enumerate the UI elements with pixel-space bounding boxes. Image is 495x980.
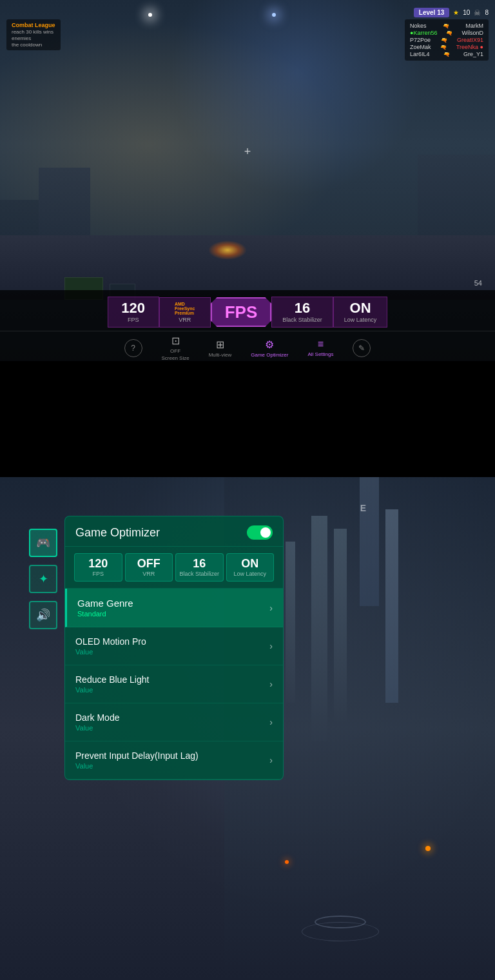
center-fps-value: FPS [225,304,258,320]
menu-item-dark-mode[interactable]: Dark Mode Value › [65,703,283,741]
center-fps-box: FPS [211,297,272,327]
display-icon: ✦ [39,572,48,586]
reduce-blue-light-title: Reduce Blue Light [75,674,149,685]
nav-all-settings[interactable]: ≡ All Settings [307,338,333,357]
dark-mode-text: Dark Mode Value [75,712,119,732]
game-optimizer-icon: ⚙ [265,338,274,351]
left-hud: Combat League reach 30 kills wins enemie… [6,19,61,50]
freesync-sub: Premium [175,311,194,315]
match-name: Combat League [12,22,55,28]
oled-motion-subtitle: Value [75,648,146,656]
gun-icon-1: 🔫 [443,23,449,29]
sidebar-icons: 🎮 ✦ 🔊 [29,529,57,629]
chevron-right-icon-5: › [269,755,273,765]
optimizer-fps-label: FPS [77,571,119,577]
chevron-right-icon-2: › [269,641,273,651]
scoreboard: Nokes 🔫 MarkM ●Karren56 🔫 WilsonD P72Poe… [405,19,489,61]
reduce-blue-light-subtitle: Value [75,686,149,694]
bottom-game-section: E 🎮 ✦ 🔊 Game Optimizer 120 FPS [0,477,495,980]
level-badge: Level 13 [414,8,449,17]
screen-size-icon: ⊡ [171,335,180,347]
game-controller-icon: 🎮 [36,536,50,550]
gun-icon-4: 🔫 [440,44,447,50]
menu-item-game-genre[interactable]: Game Genre Standard › [65,589,283,627]
torch-light-2 [285,860,289,864]
edit-circle[interactable]: ✎ [353,339,371,357]
nav-row: ? ⊡ OFF Screen Size ⊞ Multi-view ⚙ Game … [0,331,495,361]
level-bar: Level 13 ★ 10 ☠ 8 [414,8,489,17]
nav-help[interactable]: ? [124,339,142,357]
screen-size-label: OFF [170,348,180,354]
oled-motion-text: OLED Motion Pro Value [75,636,146,656]
optimizer-ll-stat: ON Low Latency [226,553,275,582]
game-genre-text: Game Genre Standard [77,598,133,618]
middle-section [0,361,495,477]
gun-icon-2: 🔫 [446,30,452,36]
game-optimizer-label: Game Optimizer [251,352,288,358]
multiview-label: Multi-view [209,352,232,358]
menu-item-prevent-input-delay[interactable]: Prevent Input Delay(Input Lag) Value › [65,741,283,779]
fps-label: FPS [128,317,139,323]
star-count: 10 [463,9,470,16]
sidebar-sound-icon[interactable]: 🔊 [29,601,57,629]
enemy-text: enemies [12,35,55,41]
optimizer-bs-value: 16 [179,558,220,569]
reduce-blue-light-text: Reduce Blue Light Value [75,674,149,694]
optimizer-bs-label: Black Stabilizer [179,571,220,577]
torch-light-1 [425,846,431,851]
top-game-section: + Level 13 ★ 10 ☠ 8 Nokes 🔫 MarkM ●Karre… [0,0,495,361]
skull-icon: ☠ [474,8,481,17]
ammo-value: 54 [474,279,482,287]
dark-mode-title: Dark Mode [75,712,119,723]
player-5-left: Lar6IL4 [410,51,430,57]
chevron-right-icon-4: › [269,717,273,727]
prevent-input-delay-title: Prevent Input Delay(Input Lag) [75,750,199,761]
freesync-logo: AMDFreeSyncPremium [175,302,195,315]
fps-value: 120 [121,301,145,315]
menu-item-reduce-blue-light[interactable]: Reduce Blue Light Value › [65,665,283,703]
score-row: Nokes 🔫 MarkM [410,23,483,29]
freesync-box: AMDFreeSyncPremium VRR [159,297,211,328]
low-latency-value: ON [350,301,371,315]
optimizer-panel: Game Optimizer 120 FPS OFF VRR 16 Black … [64,516,284,780]
optimizer-fps-stat: 120 FPS [74,553,122,582]
panel-title: Game Optimizer [75,526,160,540]
game-genre-subtitle: Standard [77,610,133,618]
ammo-counter: 54 [474,279,482,287]
crosshair: + [244,145,251,159]
nav-edit[interactable]: ✎ [353,339,371,357]
sidebar-display-icon[interactable]: ✦ [29,565,57,593]
sound-icon: 🔊 [36,608,50,622]
optimizer-toggle[interactable] [247,525,273,540]
black-stabilizer-value: 16 [295,301,310,315]
optimizer-bs-stat: 16 Black Stabilizer [175,553,224,582]
black-stabilizer-label: Black Stabilizer [282,317,322,323]
optimizer-vrr-label: VRR [128,571,170,577]
optimizer-vrr-value: OFF [128,558,170,569]
multiview-icon: ⊞ [216,338,224,351]
sidebar-game-icon[interactable]: 🎮 [29,529,57,557]
low-latency-box: ON Low Latency [333,297,388,328]
fps-stats-row: 120 FPS AMDFreeSyncPremium VRR FPS 16 Bl… [0,290,495,331]
optimizer-ll-value: ON [229,558,271,569]
menu-item-oled-motion[interactable]: OLED Motion Pro Value › [65,627,283,665]
player-4-right: TreeNka ● [456,44,483,50]
help-circle[interactable]: ? [124,339,142,357]
nav-screen-size[interactable]: ⊡ OFF Screen Size [162,335,189,361]
dark-mode-subtitle: Value [75,724,119,732]
optimizer-ll-label: Low Latency [229,571,271,577]
prevent-input-delay-text: Prevent Input Delay(Input Lag) Value [75,750,199,770]
nav-multiview[interactable]: ⊞ Multi-view [209,338,232,358]
star-icon: ★ [453,9,459,16]
score-row: ●Karren56 🔫 WilsonD [410,30,483,36]
optimizer-fps-value: 120 [77,558,119,569]
player-2-right: WilsonD [461,30,483,36]
player-4-left: ZoeMak [410,44,431,50]
skull-count: 8 [485,9,489,16]
nav-game-optimizer[interactable]: ⚙ Game Optimizer [251,338,288,358]
optimizer-stats-row: 120 FPS OFF VRR 16 Black Stabilizer ON L… [65,547,283,589]
cooldown-text: the cooldown [12,42,55,48]
low-latency-label: Low Latency [344,317,377,323]
prevent-input-delay-subtitle: Value [75,762,199,770]
player-1-right: MarkM [465,23,483,29]
